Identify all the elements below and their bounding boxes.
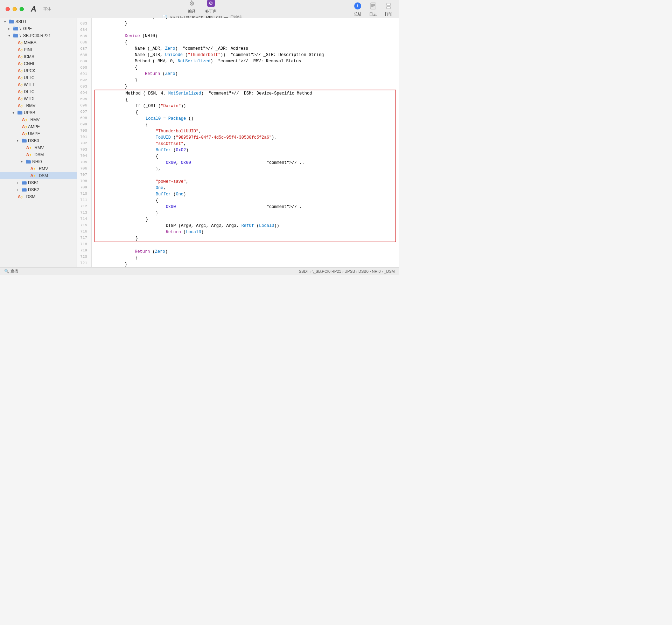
acpi-icon: A⚡: [30, 173, 35, 179]
svg-rect-14: [9, 20, 11, 21]
summary-button[interactable]: i 总结: [353, 1, 363, 17]
sidebar-item-lgpe[interactable]: ▸\_GPE: [0, 25, 77, 32]
code-line: DTGP (Arg0, Arg1, Arg2, Arg3, RefOf (Loc…: [95, 223, 396, 229]
svg-rect-40: [18, 111, 20, 112]
svg-text:⚡: ⚡: [29, 146, 31, 150]
sidebar-item-nhi0-dsm[interactable]: A⚡_DSM: [0, 172, 77, 179]
acpi-icon: A⚡: [18, 89, 22, 95]
code-line: {: [95, 197, 396, 204]
folder-icon: [26, 159, 31, 165]
expand-triangle: ▾: [8, 34, 12, 37]
line-number: 690: [80, 64, 89, 71]
titlebar: A 字体 编译 ⚙: [0, 0, 399, 18]
sidebar-item-upsb-ampe[interactable]: A⚡AMPE: [0, 123, 77, 130]
maximize-button[interactable]: [20, 7, 24, 11]
line-number: 691: [80, 71, 89, 77]
sidebar-label: DSB1: [28, 180, 39, 185]
line-number: 709: [80, 184, 89, 190]
patch-button[interactable]: ⚙ 补丁库: [205, 0, 217, 14]
code-line: [94, 27, 396, 33]
expand-triangle: ▸: [17, 188, 20, 192]
sidebar-item-cnhi[interactable]: A⚡CNHI: [0, 60, 77, 67]
sidebar-item-nhi0-rmv[interactable]: A⚡_RMV: [0, 165, 77, 172]
statusbar: 🔍 查找 SSDT › \_SB.PCI0.RP21 › UPSB › DSB0…: [0, 267, 399, 275]
sidebar-item-upsb-rmv[interactable]: A⚡_RMV: [0, 116, 77, 123]
sidebar-item-upsb[interactable]: ▾UPSB: [0, 109, 77, 116]
code-line: },: [95, 166, 396, 172]
folder-icon: [13, 33, 18, 39]
svg-text:i: i: [357, 3, 358, 8]
code-line: One,: [95, 185, 396, 191]
code-line: }: [95, 216, 396, 223]
sidebar-item-mmba[interactable]: A⚡MMBA: [0, 39, 77, 46]
sidebar-item-dsb2[interactable]: ▸DSB2: [0, 186, 77, 193]
sidebar-item-upck[interactable]: A⚡UPCK: [0, 67, 77, 74]
search-area[interactable]: 🔍 查找: [4, 269, 18, 274]
titlebar-center: 编译 ⚙ 补丁库 📄 SSDT-TbtOnPch_PINI.dsl — 已编辑: [162, 0, 242, 20]
svg-rect-48: [22, 139, 24, 140]
acpi-icon: A⚡: [26, 145, 31, 151]
code-line: }: [94, 77, 396, 83]
acpi-icon: A⚡: [22, 124, 27, 130]
sidebar-item-icms[interactable]: A⚡ICMS: [0, 53, 77, 60]
acpi-icon: A⚡: [18, 103, 22, 109]
code-line: If (_OSI ("Darwin")): [95, 103, 396, 109]
line-number: 687: [80, 46, 89, 52]
sidebar-label: UPCK: [24, 68, 35, 73]
acpi-icon: A⚡: [18, 194, 22, 200]
acpi-icon: A⚡: [18, 40, 22, 46]
svg-rect-17: [13, 34, 18, 37]
folder-icon: [13, 26, 18, 32]
svg-text:⚡: ⚡: [24, 118, 27, 122]
sidebar[interactable]: ▾SSDT▸\_GPE▾\_SB.PCI0.RP21A⚡MMBAA⚡PINIA⚡…: [0, 18, 77, 267]
sidebar-label: _RMV: [36, 166, 48, 171]
close-button[interactable]: [6, 7, 10, 11]
print-button[interactable]: 打印: [384, 1, 393, 17]
sidebar-item-sb-pci0-rp21[interactable]: ▾\_SB.PCI0.RP21: [0, 32, 77, 39]
line-number: 721: [80, 260, 89, 266]
line-number: 715: [80, 222, 89, 228]
sidebar-item-nhi0[interactable]: ▾NHI0: [0, 158, 77, 165]
log-icon: [368, 1, 378, 11]
sidebar-item-rmv[interactable]: A⚡_RMV: [0, 102, 77, 109]
sidebar-item-dsb1[interactable]: ▸DSB1: [0, 179, 77, 186]
acpi-icon: A⚡: [18, 68, 22, 74]
svg-rect-18: [13, 34, 15, 35]
svg-text:⚡: ⚡: [20, 41, 22, 45]
sidebar-label: _RMV: [24, 103, 35, 108]
sidebar-item-wtdl[interactable]: A⚡WTDL: [0, 95, 77, 102]
sidebar-item-ultc[interactable]: A⚡ULTC: [0, 74, 77, 81]
sidebar-item-ssdt[interactable]: ▾SSDT: [0, 18, 77, 25]
code-area: 6766776786796806816826836846856866876886…: [77, 18, 399, 267]
sidebar-label: ULTC: [24, 75, 34, 80]
sidebar-item-pini[interactable]: A⚡PINI: [0, 46, 77, 53]
line-number: 700: [80, 127, 89, 134]
code-editor[interactable]: 6766776786796806816826836846856866876886…: [77, 18, 399, 267]
code-content[interactable]: } DTGP (Arg0, Arg1, Arg2, Arg3, RefOf (L…: [92, 18, 399, 267]
code-line: Method (_RMV, 0, NotSerialized) "comment…: [94, 58, 396, 64]
sidebar-item-dsb0[interactable]: ▾DSB0: [0, 137, 77, 144]
font-label: 字体: [43, 6, 51, 12]
line-number: 699: [80, 121, 89, 127]
folder-icon: [22, 180, 27, 186]
sidebar-item-dsb0-rmv[interactable]: A⚡_RMV: [0, 144, 77, 151]
line-number: 711: [80, 197, 89, 203]
svg-text:⚡: ⚡: [20, 97, 22, 101]
print-label: 打印: [385, 12, 392, 17]
compile-button[interactable]: 编译: [187, 0, 197, 14]
sidebar-item-wtlt[interactable]: A⚡WTLT: [0, 81, 77, 88]
sidebar-item-dltc[interactable]: A⚡DLTC: [0, 88, 77, 95]
log-button[interactable]: 日志: [368, 1, 378, 17]
acpi-icon: A⚡: [18, 82, 22, 88]
line-number: 684: [80, 27, 89, 33]
folder-icon: [9, 19, 14, 25]
minimize-button[interactable]: [13, 7, 17, 11]
line-number: 695: [80, 96, 89, 102]
acpi-icon: A⚡: [18, 47, 22, 53]
sidebar-item-upsb-umpe[interactable]: A⚡UMPE: [0, 130, 77, 137]
line-number: 713: [80, 209, 89, 216]
line-number: 701: [80, 134, 89, 140]
sidebar-item-root-dsm[interactable]: A⚡_DSM: [0, 193, 77, 200]
sidebar-item-dsb0-dsm[interactable]: A⚡_DSM: [0, 151, 77, 158]
svg-rect-16: [13, 27, 15, 28]
